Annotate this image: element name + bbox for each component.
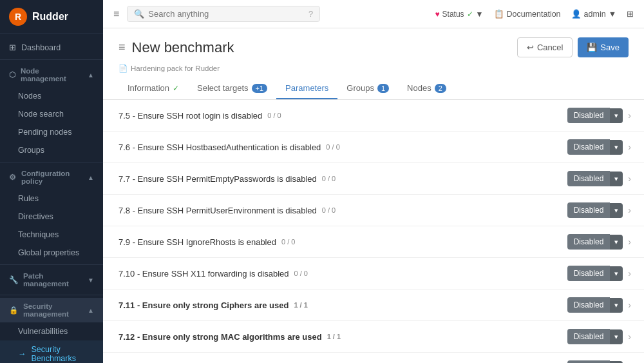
groups-badge: 1 [377, 84, 389, 93]
sidebar-item-groups[interactable]: Groups [0, 141, 103, 159]
sidebar-item-label: Techniques [18, 230, 59, 239]
sidebar-item-security-benchmarks[interactable]: → Security Benchmarks [0, 340, 103, 363]
status-dropdown-button[interactable]: Disabled [567, 139, 611, 155]
sidebar-item-directives[interactable]: Directives [0, 208, 103, 226]
list-icon: ≡ [118, 41, 126, 54]
logo-icon: R [9, 8, 27, 26]
user-icon: 👤 [571, 9, 582, 19]
chevron-down-icon: ▼ [609, 10, 616, 19]
sidebar-item-nodes[interactable]: Nodes [0, 87, 103, 105]
benchmark-label-text: 7.10 - Ensure SSH X11 forwarding is disa… [118, 269, 289, 279]
sidebar-item-label: Global properties [18, 248, 79, 257]
tab-parameters[interactable]: Parameters [276, 78, 337, 99]
benchmark-label-text: 7.7 - Ensure SSH PermitEmptyPasswords is… [118, 174, 317, 184]
count-badge: 0 / 0 [322, 206, 336, 214]
cancel-button[interactable]: ↩ Cancel [517, 37, 573, 57]
status-dropdown-button[interactable]: Disabled [567, 266, 611, 281]
chevron-up-icon: ▲ [88, 174, 94, 181]
status-dropdown-caret[interactable]: ▾ [610, 329, 623, 344]
chevron-right-icon[interactable]: › [628, 268, 631, 279]
search-input[interactable] [148, 9, 305, 19]
topbar-extra-icon[interactable]: ⊞ [627, 9, 634, 19]
breadcrumb-icon: 📄 [118, 64, 128, 73]
status-dropdown-caret[interactable]: ▾ [610, 266, 623, 281]
sidebar-item-rules[interactable]: Rules [0, 190, 103, 208]
sidebar-item-pending-nodes[interactable]: Pending nodes [0, 123, 103, 141]
sidebar-item-label: Directives [18, 212, 53, 221]
documentation-label: Documentation [507, 10, 561, 19]
chevron-right-icon[interactable]: › [628, 173, 631, 184]
cancel-icon: ↩ [527, 43, 534, 52]
sidebar-item-dashboard[interactable]: ⊞ Dashboard [0, 38, 103, 57]
status-dropdown-caret[interactable]: ▾ [610, 298, 623, 313]
status-dropdown-caret[interactable]: ▾ [610, 235, 623, 250]
tab-select-targets[interactable]: Select targets +1 [188, 78, 276, 99]
status-dropdown-caret[interactable]: ▾ [610, 140, 623, 155]
sidebar-item-label: Node search [18, 110, 64, 119]
row-actions: Disabled▾› [567, 234, 631, 250]
search-box[interactable]: 🔍 ? [127, 6, 320, 22]
hamburger-icon[interactable]: ≡ [113, 8, 119, 20]
sidebar-section-node-management: ⬡ Node management ▲ [0, 63, 103, 87]
sidebar-section-patch-management: 🔧 Patch management ▼ [0, 268, 103, 292]
status-dropdown-button[interactable]: Disabled [567, 234, 611, 250]
search-icon: 🔍 [134, 9, 144, 19]
status-dropdown-caret[interactable]: ▾ [610, 361, 623, 364]
tab-groups[interactable]: Groups 1 [337, 78, 398, 99]
sidebar-item-label: Dashboard [21, 43, 61, 52]
status-dropdown-caret[interactable]: ▾ [610, 203, 623, 218]
benchmark-label-text: 7.6 - Ensure SSH HostbasedAuthentication… [118, 142, 321, 152]
nodes-badge: 2 [435, 84, 446, 93]
sidebar-item-label: Pending nodes [18, 128, 71, 137]
grid-icon: ⊞ [627, 9, 634, 19]
status-dropdown-button[interactable]: Disabled [567, 329, 611, 344]
status-dropdown-button[interactable]: Disabled [567, 108, 611, 123]
tab-information[interactable]: Information ✓ [118, 78, 188, 99]
sidebar-item-label: Nodes [18, 92, 41, 101]
page-actions: ↩ Cancel 💾 Save [517, 37, 629, 57]
topbar-right: ♥ Status ✓ ▼ 📋 Documentation 👤 admin ▼ ⊞ [435, 9, 634, 19]
tab-nodes[interactable]: Nodes 2 [398, 78, 455, 99]
count-badge: 1 / 1 [327, 333, 341, 340]
status-dropdown-caret[interactable]: ▾ [610, 172, 623, 186]
chevron-right-icon[interactable]: › [628, 205, 631, 215]
table-row: 7.9 - Ensure SSH IgnoreRhosts is enabled… [103, 226, 644, 258]
benchmark-label-text: 7.8 - Ensure SSH PermitUserEnvironment i… [118, 206, 317, 215]
chevron-down-icon: ▼ [88, 277, 94, 284]
sidebar-item-node-search[interactable]: Node search [0, 105, 103, 123]
table-row: 7.7 - Ensure SSH PermitEmptyPasswords is… [103, 163, 644, 195]
count-badge: 0 / 0 [294, 270, 307, 277]
chevron-right-icon[interactable]: › [628, 300, 631, 310]
benchmark-label-text: 7.9 - Ensure SSH IgnoreRhosts is enabled [118, 237, 276, 247]
chevron-right-icon[interactable]: › [628, 331, 631, 342]
status-badge[interactable]: ♥ Status ✓ ▼ [435, 10, 483, 19]
documentation-button[interactable]: 📋 Documentation [494, 9, 561, 19]
status-dropdown-button[interactable]: Disabled [567, 171, 611, 186]
benchmark-label-text: 7.5 - Ensure SSH root login is disabled [118, 111, 262, 121]
sidebar-item-vulnerabilities[interactable]: Vulnerabilities [0, 322, 103, 340]
sidebar-nav: ⊞ Dashboard ⬡ Node management ▲ Nodes No… [0, 34, 103, 363]
chevron-right-icon[interactable]: › [628, 237, 631, 247]
save-button[interactable]: 💾 Save [578, 37, 629, 57]
sidebar-item-global-properties[interactable]: Global properties [0, 244, 103, 262]
checkmark-icon: ✓ [467, 10, 473, 19]
benchmark-label-text: 7.11 - Ensure only strong Ciphers are us… [118, 300, 289, 310]
status-dropdown-button[interactable]: Disabled [567, 360, 611, 363]
status-dropdown-caret[interactable]: ▾ [610, 108, 623, 123]
admin-button[interactable]: 👤 admin ▼ [571, 9, 616, 19]
status-label: Status [442, 10, 464, 19]
chevron-right-icon[interactable]: › [628, 110, 631, 121]
chevron-up-icon: ▲ [88, 72, 94, 79]
sidebar-item-techniques[interactable]: Techniques [0, 226, 103, 244]
sidebar-item-label: Node management [21, 67, 82, 83]
select-targets-badge: +1 [252, 84, 268, 93]
dashboard-icon: ⊞ [9, 43, 16, 52]
topbar: ≡ 🔍 ? ♥ Status ✓ ▼ 📋 Documentation 👤 adm… [103, 0, 644, 28]
status-dropdown-button[interactable]: Disabled [567, 202, 611, 218]
app-logo[interactable]: R Rudder [0, 0, 103, 34]
page-title: ≡ New benchmark [118, 39, 234, 56]
status-dropdown-button[interactable]: Disabled [567, 297, 611, 313]
admin-label: admin [584, 10, 606, 19]
chevron-right-icon[interactable]: › [628, 142, 631, 152]
page-title-row: ≡ New benchmark ↩ Cancel 💾 Save [118, 37, 629, 57]
